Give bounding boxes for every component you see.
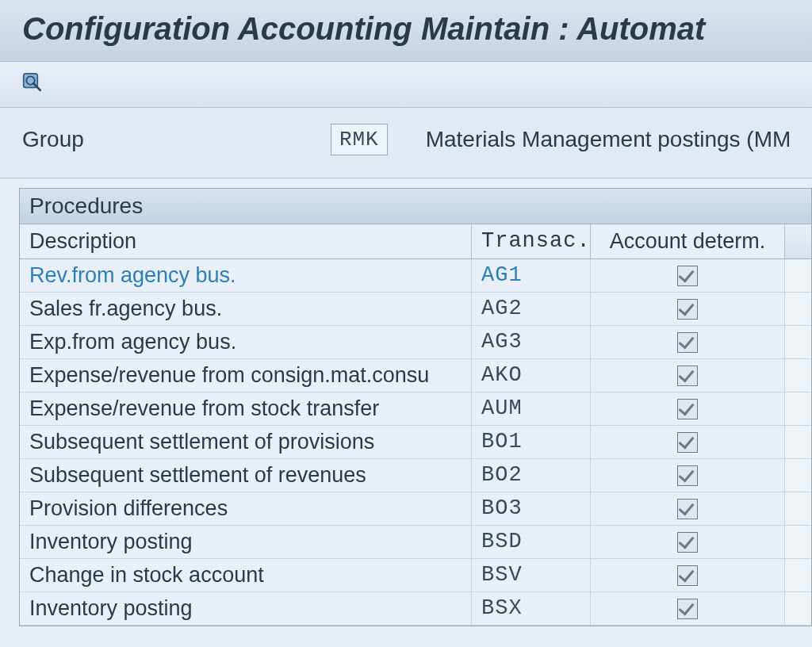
cell-description[interactable]: Inventory posting	[20, 526, 472, 558]
group-description: Materials Management postings (MM	[426, 127, 790, 152]
cell-description[interactable]: Sales fr.agency bus.	[20, 293, 472, 325]
toolbar	[0, 62, 812, 108]
cell-description[interactable]: Provision differences	[20, 492, 472, 525]
checkbox-checked-icon	[677, 432, 698, 453]
table-row[interactable]: Rev.from agency bus.AG1	[20, 259, 811, 293]
cell-transaction[interactable]: AG1	[472, 259, 591, 292]
cell-account-determ	[591, 592, 785, 625]
table-row[interactable]: Subsequent settlement of provisionsBO1	[20, 426, 811, 459]
cell-description[interactable]: Rev.from agency bus.	[20, 259, 472, 292]
table-row[interactable]: Subsequent settlement of revenuesBO2	[20, 459, 811, 492]
cell-account-determ	[591, 326, 785, 358]
checkbox-checked-icon	[677, 465, 698, 486]
checkbox-checked-icon	[677, 532, 698, 553]
checkbox-checked-icon	[677, 299, 698, 320]
cell-transaction[interactable]: BSV	[472, 559, 591, 591]
cell-transaction[interactable]: AKO	[472, 359, 591, 392]
table-row[interactable]: Expense/revenue from consign.mat.consuAK…	[20, 359, 811, 392]
cell-description[interactable]: Inventory posting	[20, 592, 472, 625]
table-row[interactable]: Expense/revenue from stock transferAUM	[20, 392, 811, 426]
cell-account-determ	[591, 259, 785, 292]
cell-transaction[interactable]: BO2	[472, 459, 591, 492]
cell-transaction[interactable]: AG2	[472, 293, 591, 325]
table-row[interactable]: Inventory postingBSX	[20, 592, 811, 626]
checkbox-checked-icon	[677, 499, 698, 519]
cell-account-determ	[591, 426, 785, 458]
cell-account-determ	[591, 559, 785, 591]
col-header-transaction[interactable]: Transac...	[472, 224, 591, 258]
cell-account-determ	[591, 526, 785, 558]
table-row[interactable]: Provision differencesBO3	[20, 492, 811, 526]
cell-description[interactable]: Expense/revenue from consign.mat.consu	[20, 359, 472, 392]
procedures-table: Procedures Description Transac... Accoun…	[19, 188, 812, 626]
cell-transaction[interactable]: AG3	[472, 326, 591, 358]
checkbox-checked-icon	[677, 565, 698, 586]
checkbox-checked-icon	[677, 399, 698, 419]
cell-transaction[interactable]: AUM	[472, 392, 591, 425]
checkbox-checked-icon	[677, 266, 698, 286]
cell-transaction[interactable]: BSX	[472, 592, 591, 625]
group-value[interactable]: RMK	[331, 124, 388, 155]
cell-account-determ	[591, 459, 785, 492]
table-header: Description Transac... Account determ.	[20, 224, 811, 259]
cell-description[interactable]: Subsequent settlement of revenues	[20, 459, 472, 492]
checkbox-checked-icon	[677, 366, 698, 386]
cell-description[interactable]: Exp.from agency bus.	[20, 326, 472, 358]
panel-title: Procedures	[20, 189, 811, 224]
table-row[interactable]: Change in stock accountBSV	[20, 559, 811, 592]
cell-account-determ	[591, 293, 785, 325]
table-body: Rev.from agency bus.AG1Sales fr.agency b…	[20, 259, 811, 626]
cell-account-determ	[591, 492, 785, 525]
group-label: Group	[22, 127, 331, 152]
cell-account-determ	[591, 359, 785, 392]
table-row[interactable]: Inventory postingBSD	[20, 526, 811, 559]
print-preview-icon[interactable]	[19, 70, 48, 97]
cell-transaction[interactable]: BSD	[472, 526, 591, 558]
cell-transaction[interactable]: BO1	[472, 426, 591, 458]
group-row: Group RMK Materials Management postings …	[0, 108, 812, 178]
table-row[interactable]: Sales fr.agency bus.AG2	[20, 293, 811, 326]
cell-transaction[interactable]: BO3	[472, 492, 591, 525]
col-header-description[interactable]: Description	[20, 224, 472, 258]
checkbox-checked-icon	[677, 332, 698, 353]
table-row[interactable]: Exp.from agency bus.AG3	[20, 326, 811, 359]
col-header-account-determ[interactable]: Account determ.	[591, 224, 785, 258]
cell-description[interactable]: Subsequent settlement of provisions	[20, 426, 472, 458]
cell-description[interactable]: Expense/revenue from stock transfer	[20, 392, 472, 425]
title-bar: Configuration Accounting Maintain : Auto…	[0, 0, 812, 62]
cell-description[interactable]: Change in stock account	[20, 559, 472, 591]
page-title: Configuration Accounting Maintain : Auto…	[22, 11, 790, 47]
checkbox-checked-icon	[677, 599, 698, 619]
cell-account-determ	[591, 392, 785, 425]
